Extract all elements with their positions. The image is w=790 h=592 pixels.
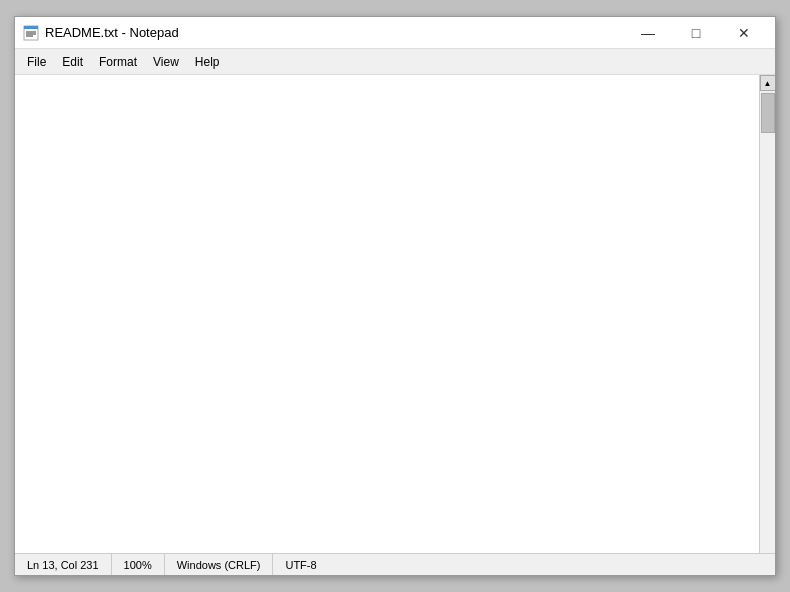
- line-ending: Windows (CRLF): [165, 554, 274, 575]
- close-button[interactable]: ✕: [721, 17, 767, 49]
- svg-rect-1: [24, 26, 38, 29]
- scroll-thumb[interactable]: [761, 93, 775, 133]
- menu-bar: File Edit Format View Help: [15, 49, 775, 75]
- scroll-up-button[interactable]: ▲: [760, 75, 776, 91]
- menu-file[interactable]: File: [19, 53, 54, 71]
- maximize-button[interactable]: □: [673, 17, 719, 49]
- content-area: ▲: [15, 75, 775, 553]
- notepad-window: README.txt - Notepad — □ ✕ File Edit For…: [14, 16, 776, 576]
- menu-help[interactable]: Help: [187, 53, 228, 71]
- minimize-button[interactable]: —: [625, 17, 671, 49]
- menu-format[interactable]: Format: [91, 53, 145, 71]
- title-bar: README.txt - Notepad — □ ✕: [15, 17, 775, 49]
- text-editor[interactable]: [15, 75, 759, 553]
- cursor-position: Ln 13, Col 231: [23, 554, 112, 575]
- app-icon: [23, 25, 39, 41]
- zoom-level: 100%: [112, 554, 165, 575]
- menu-edit[interactable]: Edit: [54, 53, 91, 71]
- scrollbar[interactable]: ▲: [759, 75, 775, 553]
- window-controls: — □ ✕: [625, 17, 767, 49]
- window-title: README.txt - Notepad: [45, 25, 625, 40]
- status-bar: Ln 13, Col 231 100% Windows (CRLF) UTF-8: [15, 553, 775, 575]
- menu-view[interactable]: View: [145, 53, 187, 71]
- text-area-wrapper: [15, 75, 759, 553]
- encoding: UTF-8: [273, 554, 328, 575]
